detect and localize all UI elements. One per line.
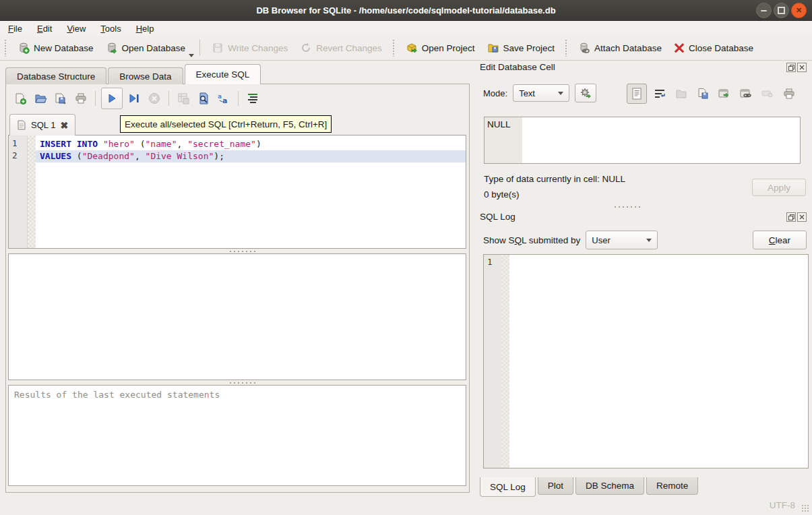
- link-icon: [740, 89, 752, 99]
- cell-mode-row: Mode: Text: [483, 84, 596, 102]
- stop-icon: [148, 92, 160, 104]
- menu-help[interactable]: Help: [129, 22, 161, 35]
- save-project-button[interactable]: Save Project: [481, 38, 561, 57]
- code-area[interactable]: INSERT INTO "hero" ("name", "secret_name…: [36, 135, 466, 248]
- new-sql-tab-button[interactable]: [11, 90, 29, 107]
- toolbar-button-label: Write Changes: [228, 43, 288, 53]
- encoding-indicator[interactable]: UTF-8: [770, 500, 795, 510]
- code-line: INSERT INTO "hero" ("name", "secret_name…: [36, 138, 466, 150]
- print-sql-button[interactable]: [72, 90, 90, 107]
- toolbar-grip[interactable]: [392, 39, 396, 57]
- tab-database-structure[interactable]: Database Structure: [5, 67, 106, 84]
- code-token: "name": [146, 139, 177, 149]
- attach-database-button[interactable]: Attach Database: [572, 38, 668, 57]
- new-database-button[interactable]: New Database: [11, 38, 100, 57]
- svg-text:a: a: [218, 93, 222, 100]
- open-in-external-button[interactable]: [716, 85, 733, 102]
- toolbar-grip[interactable]: [565, 39, 568, 57]
- autocomplete-button[interactable]: aa: [215, 90, 232, 107]
- float-panel-button[interactable]: [786, 212, 796, 222]
- clear-log-button[interactable]: Clear: [753, 231, 807, 249]
- cell-value-gutter: NULL: [485, 117, 522, 163]
- open-project-icon: [406, 42, 418, 54]
- format-icon: [247, 93, 259, 104]
- print-icon: [74, 92, 88, 105]
- close-panel-button[interactable]: [797, 212, 807, 222]
- dock-tab-remote[interactable]: Remote: [646, 477, 698, 495]
- cell-value-editor[interactable]: NULL: [484, 117, 801, 164]
- open-database-button[interactable]: Open Database: [100, 38, 192, 57]
- log-source-select[interactable]: User: [586, 231, 658, 249]
- sql-log-panel-buttons: [786, 212, 807, 222]
- maximize-button[interactable]: [774, 3, 789, 18]
- main-tab-bar: Database Structure Browse Data Execute S…: [5, 64, 262, 84]
- print-cell-button[interactable]: [780, 85, 798, 102]
- results-message-pane[interactable]: Results of the last executed statements: [8, 385, 466, 486]
- toolbar-separator: [238, 91, 239, 106]
- splitter-handle[interactable]: [228, 382, 255, 384]
- save-sql-file-button[interactable]: [52, 90, 69, 107]
- float-panel-button[interactable]: [786, 63, 796, 72]
- find-in-sql-button[interactable]: [195, 90, 212, 107]
- resize-grip[interactable]: [801, 504, 810, 513]
- dock-tab-plot[interactable]: Plot: [538, 477, 573, 495]
- set-null-button: [759, 85, 776, 102]
- splitter-handle[interactable]: [613, 206, 640, 208]
- toolbar-separator: [199, 40, 200, 56]
- tab-browse-data[interactable]: Browse Data: [108, 67, 183, 84]
- sql-log-view[interactable]: 1: [483, 254, 809, 468]
- window-title: DB Browser for SQLite - /home/user/code/…: [256, 5, 555, 16]
- toolbar-button-label: New Database: [34, 43, 94, 53]
- tab-execute-sql[interactable]: Execute SQL: [185, 64, 261, 84]
- save-results-icon: [177, 92, 190, 105]
- open-database-dropdown-icon[interactable]: [189, 54, 194, 57]
- sql-tab-label: SQL 1: [31, 120, 55, 130]
- execute-all-button[interactable]: [101, 88, 123, 109]
- splitter-handle[interactable]: [228, 250, 255, 253]
- print-icon: [783, 88, 795, 100]
- minimize-button[interactable]: [756, 3, 772, 18]
- sql-document-tab[interactable]: SQL 1 ✖: [9, 114, 75, 135]
- close-panel-button[interactable]: [797, 63, 807, 72]
- menu-view[interactable]: View: [60, 22, 92, 35]
- minimize-icon: [761, 10, 767, 11]
- execute-line-button[interactable]: [125, 90, 143, 107]
- open-sql-file-button[interactable]: [32, 90, 49, 107]
- text-document-icon: [631, 88, 642, 100]
- line-number: 2: [9, 150, 27, 162]
- word-wrap-button[interactable]: [651, 85, 668, 102]
- toolbar-button-label: Open Database: [122, 43, 186, 53]
- word-wrap-icon: [654, 89, 665, 98]
- open-project-button[interactable]: Open Project: [400, 38, 481, 57]
- close-database-icon: [674, 42, 685, 53]
- results-grid[interactable]: [8, 253, 466, 380]
- tab-label: Execute SQL: [196, 69, 250, 80]
- chevron-down-icon: [558, 92, 563, 95]
- menu-tools[interactable]: Tools: [94, 22, 127, 35]
- sql-code-editor[interactable]: 1 2 INSERT INTO "hero" ("name", "secret_…: [8, 135, 466, 249]
- titlebar[interactable]: DB Browser for SQLite - /home/user/code/…: [0, 0, 812, 21]
- sql-log-filter-row: Show SQL submitted by User Clear: [483, 231, 807, 249]
- menu-file[interactable]: File: [7, 22, 29, 35]
- line-number-gutter: 1 2: [9, 135, 28, 248]
- copy-link-button[interactable]: [737, 85, 755, 102]
- auto-switch-mode-button[interactable]: [575, 84, 596, 102]
- tab-label: Browse Data: [119, 71, 171, 82]
- format-sql-button[interactable]: [244, 90, 261, 107]
- close-button[interactable]: ✕: [791, 3, 807, 18]
- close-sql-tab-icon[interactable]: ✖: [60, 121, 68, 130]
- close-database-button[interactable]: Close Database: [668, 39, 759, 57]
- window-controls: ✕: [756, 3, 807, 18]
- mode-select[interactable]: Text: [513, 84, 569, 102]
- export-data-button[interactable]: [694, 85, 712, 102]
- float-icon: [788, 214, 794, 220]
- code-token: ,: [135, 151, 146, 161]
- text-view-button[interactable]: [627, 84, 647, 104]
- code-token: VALUES: [40, 151, 71, 161]
- menu-edit[interactable]: Edit: [30, 22, 59, 35]
- code-token: INSERT INTO: [40, 139, 98, 149]
- toolbar-grip[interactable]: [4, 39, 7, 57]
- dock-tab-db-schema[interactable]: DB Schema: [575, 477, 644, 495]
- clear-button-label: Clear: [769, 235, 790, 245]
- dock-tab-sql-log[interactable]: SQL Log: [480, 477, 536, 497]
